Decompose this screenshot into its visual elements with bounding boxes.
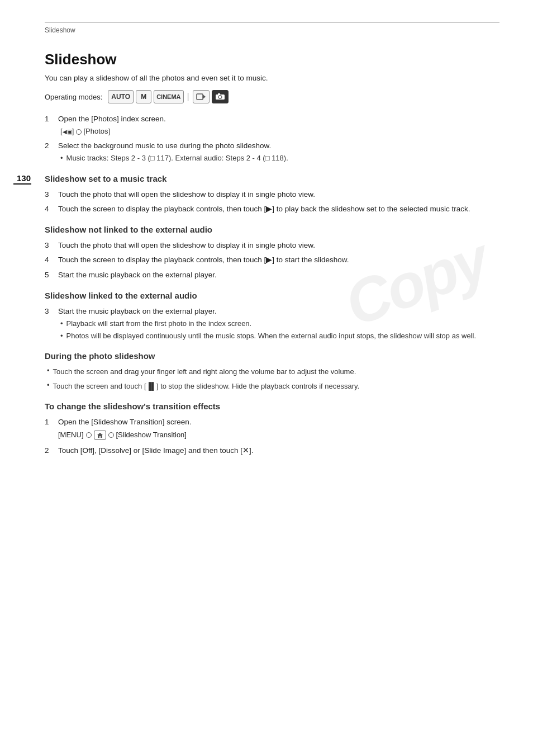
bullet: • [47, 366, 50, 375]
list-item: 2 Touch [Off], [Dissolve] or [Slide Imag… [45, 445, 499, 456]
step-text: Touch the photo that will open the slide… [58, 241, 315, 249]
music-track-steps: 3 Touch the photo that will open the sli… [45, 189, 499, 215]
svg-marker-5 [97, 433, 103, 438]
step-text: Open the [Photos] index screen. [58, 115, 166, 123]
list-item: 1 Open the [Photos] index screen. [◀▣] [… [45, 114, 499, 137]
not-linked-steps: 3 Touch the photo that will open the sli… [45, 240, 499, 281]
list-item: 3 Touch the photo that will open the sli… [45, 189, 499, 200]
step-text: Select the background music to use durin… [58, 141, 271, 150]
during-bullets: • Touch the screen and drag your finger … [45, 366, 499, 391]
step-content: Select the background music to use durin… [58, 140, 499, 164]
menu-path: [MENU] [Slideshow Transition] [58, 429, 499, 441]
step-text: Start the music playback on the external… [58, 307, 217, 315]
mode-badge-auto: AUTO [108, 90, 134, 103]
home-icon-box [94, 431, 106, 440]
list-item: 5 Start the music playback on the extern… [45, 270, 499, 281]
circle-icon [108, 432, 114, 438]
step-text: Touch the screen to display the playback… [58, 205, 470, 213]
step-content: Start the music playback on the external… [58, 306, 499, 341]
svg-rect-0 [197, 94, 203, 100]
main-steps: 1 Open the [Photos] index screen. [◀▣] [… [45, 114, 499, 164]
step-num: 5 [45, 270, 58, 281]
bullet: • [60, 330, 63, 342]
page-wrapper: Slideshow Copy 130 Slideshow You can pla… [0, 0, 533, 484]
page-number: 130 [17, 173, 31, 183]
step-content: Start the music playback on the external… [58, 270, 499, 281]
step-content: Touch [Off], [Dissolve] or [Slide Image]… [58, 445, 499, 456]
svg-marker-1 [203, 94, 206, 99]
list-item: 4 Touch the screen to display the playba… [45, 204, 499, 215]
step-num: 3 [45, 240, 58, 251]
mode-badge-cinema: CINEMA [154, 90, 183, 103]
sub-text: Touch the screen and drag your finger le… [53, 366, 356, 377]
transition-steps: 1 Open the [Slideshow Transition] screen… [45, 417, 499, 456]
list-item: 3 Start the music playback on the extern… [45, 306, 499, 341]
list-item: 4 Touch the screen to display the playba… [45, 254, 499, 266]
step-num: 1 [45, 114, 58, 137]
bullet: • [60, 318, 63, 329]
sub-item: • Photos will be displayed continuously … [60, 330, 499, 342]
sub-item: • Playback will start from the first pho… [60, 318, 499, 329]
menu-text: [MENU] [58, 429, 84, 441]
bullet: • [47, 381, 50, 389]
step-content: Open the [Slideshow Transition] screen. … [58, 417, 499, 442]
svg-rect-4 [218, 93, 220, 95]
step-text: Touch [Off], [Dissolve] or [Slide Image]… [58, 446, 253, 455]
operating-modes-label: Operating modes: [45, 93, 102, 101]
sub-text: [◀▣] [Photos] [60, 126, 110, 137]
sub-item: • Touch the screen and drag your finger … [47, 366, 499, 377]
sub-item: • Touch the screen and touch [▐▌] to sto… [47, 381, 499, 392]
intro-text: You can play a slideshow of all the phot… [45, 74, 499, 82]
page-num-rule [13, 183, 31, 185]
step-text: Open the [Slideshow Transition] screen. [58, 418, 192, 426]
circle-icon [86, 432, 92, 438]
section-heading-transition: To change the slideshow's transition eff… [45, 401, 499, 411]
sub-text: Music tracks: Steps 2 - 3 (□ 117). Exter… [66, 153, 288, 164]
step-content: Touch the screen to display the playback… [58, 204, 499, 215]
step-content: Touch the photo that will open the slide… [58, 189, 499, 200]
menu-path-end: [Slideshow Transition] [116, 429, 187, 441]
step-content: Touch the screen to display the playback… [58, 254, 499, 266]
breadcrumb: Slideshow [45, 26, 499, 34]
sub-text: Touch the screen and touch [▐▌] to stop … [53, 381, 360, 392]
sub-item: [◀▣] [Photos] [60, 126, 499, 137]
step-text: Touch the screen to display the playback… [58, 256, 349, 264]
operating-modes-row: Operating modes: AUTO M CINEMA | [45, 90, 499, 103]
step-num: 3 [45, 189, 58, 200]
top-rule [45, 22, 499, 23]
section-heading-during: During the photo slideshow [45, 351, 499, 361]
sub-text: Playback will start from the first photo… [66, 318, 252, 329]
step-num: 1 [45, 417, 58, 442]
step-text: Start the music playback on the external… [58, 271, 217, 279]
section-heading-music-track: Slideshow set to a music track [45, 174, 499, 183]
mode-separator: | [187, 92, 189, 102]
step-num: 2 [45, 140, 58, 164]
list-item: 2 Select the background music to use dur… [45, 140, 499, 164]
mode-icon-video [193, 90, 210, 103]
step-num: 4 [45, 254, 58, 266]
section-heading-not-linked: Slideshow not linked to the external aud… [45, 225, 499, 234]
mode-badge-m: M [136, 90, 151, 103]
bullet: • [60, 153, 63, 164]
sub-text: Photos will be displayed continuously un… [66, 330, 476, 342]
linked-steps: 3 Start the music playback on the extern… [45, 306, 499, 341]
page-title: Slideshow [45, 51, 499, 68]
mode-icon-camera [212, 90, 229, 103]
list-item: 1 Open the [Slideshow Transition] screen… [45, 417, 499, 442]
sub-item: • Music tracks: Steps 2 - 3 (□ 117). Ext… [60, 153, 499, 164]
step-content: Touch the photo that will open the slide… [58, 240, 499, 251]
step-num: 3 [45, 306, 58, 341]
step-text: Touch the photo that will open the slide… [58, 190, 315, 199]
step-num: 4 [45, 204, 58, 215]
list-item: 3 Touch the photo that will open the sli… [45, 240, 499, 251]
step-content: Open the [Photos] index screen. [◀▣] [Ph… [58, 114, 499, 137]
section-heading-linked: Slideshow linked to the external audio [45, 291, 499, 300]
step-num: 2 [45, 445, 58, 456]
